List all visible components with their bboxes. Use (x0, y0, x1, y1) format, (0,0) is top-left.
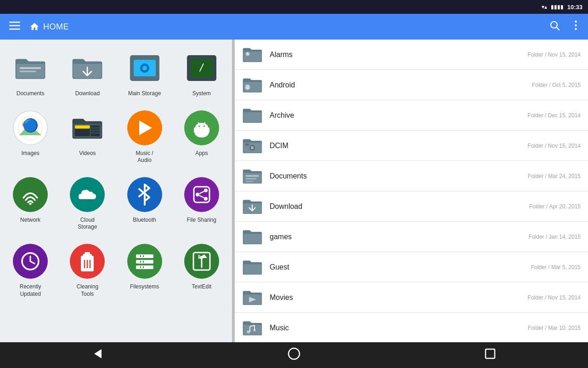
file-meta: Folder / Mar 24, 2015 (528, 173, 581, 179)
page-title: HOME (43, 22, 69, 32)
back-button[interactable] (80, 344, 115, 367)
file-meta: Folder / Nov 15, 2014 (528, 52, 581, 58)
file-info: Archive (270, 111, 528, 120)
recents-button[interactable] (473, 344, 508, 367)
file-row-dcim[interactable]: DCIM Folder / Nov 15, 2014 (235, 131, 588, 161)
grid-item-documents[interactable]: Documents (4, 45, 57, 101)
more-options-button[interactable] (571, 18, 581, 35)
file-info: Documents (270, 172, 528, 180)
search-button[interactable] (545, 18, 564, 35)
grid-item-videos[interactable]: Videos (61, 105, 114, 168)
file-meta: Folder / Jan 14, 2015 (529, 234, 581, 240)
folder-icon (242, 228, 262, 246)
svg-rect-9 (20, 67, 41, 69)
grid-item-label: Main Storage (128, 90, 161, 98)
file-info: Guest (270, 263, 531, 271)
svg-rect-90 (246, 175, 259, 177)
grid-item-label: Music /Audio (136, 150, 153, 164)
battery-icon: ▮▮▮▮ (551, 4, 564, 10)
grid-item-cleaning-tools[interactable]: CleaningTools (61, 238, 114, 301)
grid-item-music-audio[interactable]: Music /Audio (118, 105, 171, 168)
svg-point-83 (248, 85, 249, 86)
grid-item-textedit[interactable]: fx TextEdit (175, 238, 228, 301)
svg-point-100 (247, 330, 250, 334)
left-panel: Documents Download (0, 40, 232, 342)
bottom-navigation (0, 342, 588, 368)
grid-item-recently-updated[interactable]: RecentlyUpdated (4, 238, 57, 301)
svg-rect-40 (194, 127, 196, 133)
svg-rect-95 (243, 234, 261, 244)
svg-rect-96 (243, 264, 261, 274)
svg-line-4 (557, 28, 560, 30)
grid-item-file-sharing[interactable]: File Sharing (175, 172, 228, 235)
svg-line-53 (199, 196, 204, 198)
svg-rect-42 (198, 133, 200, 137)
file-row-archive[interactable]: Archive Folder / Dec 15, 2014 (235, 100, 588, 131)
grid-item-images[interactable]: 🔵 Images (4, 105, 57, 168)
grid-item-label: Images (21, 150, 39, 157)
file-row-games[interactable]: games Folder / Jan 14, 2015 (235, 222, 588, 252)
wifi-icon: ▾▴ (542, 4, 547, 10)
grid-item-bluetooth[interactable]: Bluetooth (118, 172, 171, 235)
svg-point-51 (204, 197, 208, 201)
grid-item-label: Documents (17, 90, 45, 98)
folder-icon (242, 137, 262, 155)
grid-item-label: Apps (195, 150, 208, 157)
file-row-documents[interactable]: Documents Folder / Mar 24, 2015 (235, 161, 588, 191)
svg-marker-105 (94, 349, 102, 358)
file-name: Movies (270, 293, 528, 302)
folder-icon (242, 289, 262, 306)
file-name: games (270, 233, 529, 241)
file-row-download[interactable]: Download Folder / Apr 20, 2015 (235, 191, 588, 222)
file-row-alarms[interactable]: Alarms Folder / Nov 15, 2014 (235, 40, 588, 70)
svg-rect-107 (486, 349, 495, 358)
grid-item-cloud-storage[interactable]: CloudStorage (61, 172, 114, 235)
grid-item-main-storage[interactable]: Main Storage (118, 45, 171, 101)
status-bar: ▾▴ ▮▮▮▮ 10:33 (0, 0, 588, 14)
svg-line-56 (30, 261, 34, 264)
svg-line-52 (199, 191, 204, 194)
grid-item-system[interactable]: / System (175, 45, 228, 101)
svg-rect-63 (136, 254, 153, 258)
svg-text:fx: fx (198, 254, 203, 260)
svg-rect-91 (246, 178, 257, 179)
time-display: 10:33 (567, 4, 582, 11)
svg-rect-2 (9, 29, 20, 30)
grid-item-label: Bluetooth (133, 217, 156, 224)
file-name: Music (270, 324, 528, 332)
file-row-android[interactable]: Android Folder / Oct 5, 2015 (235, 70, 588, 100)
file-meta: Folder / Oct 5, 2015 (532, 82, 581, 88)
svg-text:🔵: 🔵 (23, 118, 39, 133)
file-meta: Folder / Apr 20, 2015 (529, 203, 581, 210)
svg-point-82 (246, 85, 248, 86)
home-button[interactable] (277, 344, 311, 367)
file-name: DCIM (270, 142, 528, 150)
file-row-music[interactable]: Music Folder / Mar 10, 2015 (235, 313, 588, 342)
svg-rect-64 (136, 260, 153, 264)
folder-icon (242, 259, 262, 276)
file-row-movies[interactable]: Movies Folder / Nov 15, 2014 (235, 282, 588, 313)
file-meta: Folder / Mar 5, 2015 (531, 264, 581, 270)
grid-item-network[interactable]: Network (4, 172, 57, 235)
svg-rect-99 (243, 325, 261, 335)
svg-rect-32 (91, 129, 100, 131)
file-name: Android (270, 81, 532, 89)
svg-rect-59 (85, 252, 90, 255)
file-info: Music (270, 324, 528, 332)
svg-point-37 (195, 123, 208, 132)
svg-rect-33 (91, 132, 100, 134)
file-meta: Folder / Nov 15, 2014 (528, 294, 581, 301)
svg-rect-43 (203, 133, 205, 137)
svg-rect-92 (246, 181, 254, 182)
file-info: Alarms (270, 51, 528, 59)
grid-item-label: Network (20, 217, 40, 224)
svg-rect-41 (208, 127, 209, 133)
grid-item-apps[interactable]: Apps (175, 105, 228, 168)
grid-item-download[interactable]: Download (61, 45, 114, 101)
svg-point-46 (29, 202, 32, 205)
file-row-guest[interactable]: Guest Folder / Mar 5, 2015 (235, 252, 588, 282)
hamburger-button[interactable] (7, 19, 22, 34)
folder-icon (242, 167, 262, 185)
right-panel: Alarms Folder / Nov 15, 2014 Android Fol… (235, 40, 588, 342)
grid-item-filesystems[interactable]: Filesystems (118, 238, 171, 301)
